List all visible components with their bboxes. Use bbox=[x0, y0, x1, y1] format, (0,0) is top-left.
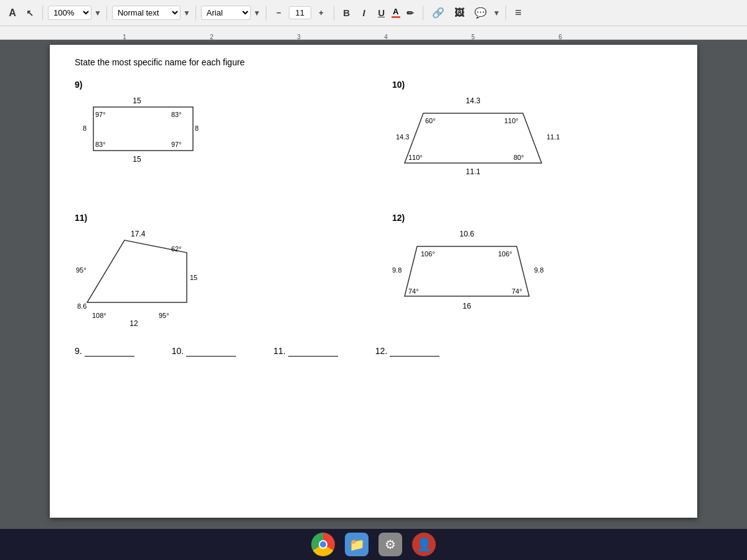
ruler-mark-4: 4 bbox=[384, 34, 388, 40]
increase-font-btn[interactable]: + bbox=[314, 7, 329, 19]
comment-btn[interactable]: 💬 bbox=[471, 6, 491, 20]
style-select[interactable]: Normal text bbox=[112, 6, 181, 20]
problem-10: 10) 14.3 60° 110° 14.3 11.1 bbox=[392, 80, 672, 194]
p10-angle-bl: 110° bbox=[408, 154, 423, 161]
ruler-mark-2: 2 bbox=[210, 34, 214, 40]
font-chevron: ▼ bbox=[253, 9, 261, 17]
zoom-chevron: ▼ bbox=[94, 9, 101, 17]
bold-btn[interactable]: B bbox=[339, 6, 354, 19]
font-color-indicator: A bbox=[392, 7, 400, 18]
image-btn[interactable]: 🖼 bbox=[451, 6, 468, 20]
problem-9-svg: 15 97° 83° 83° 97° 8 8 15 bbox=[75, 95, 224, 175]
ruler-mark-3: 3 bbox=[297, 34, 301, 40]
p10-side-right: 11.1 bbox=[547, 133, 560, 141]
font-color-letter: A bbox=[393, 7, 398, 16]
taskbar: 📁 ⚙ 👤 bbox=[0, 529, 747, 560]
problem-12-svg: 10.6 106° 106° 9.8 9.8 74° 74° 16 bbox=[392, 228, 554, 327]
p10-angle-tl: 60° bbox=[425, 117, 436, 124]
answer-10: 10. bbox=[172, 346, 236, 357]
link-btn[interactable]: 🔗 bbox=[428, 6, 448, 20]
comment-chevron: ▼ bbox=[493, 9, 500, 17]
p11-angle-br: 95° bbox=[159, 312, 169, 319]
p12-angle-br: 74° bbox=[512, 287, 522, 295]
p12-angle-tl: 106° bbox=[421, 250, 435, 258]
answer-9-line bbox=[85, 346, 134, 357]
answer-9-label: 9. bbox=[75, 346, 82, 356]
p11-bottom-label: 12 bbox=[129, 319, 138, 327]
problem-11-figure: 17.4 62° 95° 15 8.6 108° 95° 12 bbox=[75, 228, 355, 327]
answer-12-line bbox=[390, 346, 439, 357]
problem-10-figure: 14.3 60° 110° 14.3 11.1 110° 80° bbox=[392, 95, 672, 194]
p11-bottom-left: 8.6 bbox=[77, 302, 87, 310]
separator-5 bbox=[334, 6, 334, 21]
p9-angle-bl: 83° bbox=[95, 141, 106, 148]
problem-12-number: 12) bbox=[392, 213, 672, 223]
font-color-bar bbox=[392, 16, 400, 18]
ruler-mark-6: 6 bbox=[558, 34, 562, 40]
answer-12: 12. bbox=[375, 346, 439, 357]
problem-9: 9) 15 97° 83° 83° 97° 8 bbox=[75, 80, 355, 194]
answer-10-line bbox=[186, 346, 236, 357]
p10-top-label: 14.3 bbox=[466, 96, 481, 105]
separator-6 bbox=[423, 6, 423, 21]
settings-taskbar-icon[interactable]: ⚙ bbox=[378, 533, 402, 556]
document-page: State the most specific name for each fi… bbox=[50, 45, 697, 518]
problem-12-figure: 10.6 106° 106° 9.8 9.8 74° 74° 16 bbox=[392, 228, 672, 327]
p12-side-right: 9.8 bbox=[534, 266, 543, 274]
p9-top-label: 15 bbox=[133, 96, 141, 105]
problem-11: 11) 17.4 62° 95° 15 bbox=[75, 213, 355, 327]
p10-bottom-label: 11.1 bbox=[466, 167, 481, 176]
p11-top-label: 17.4 bbox=[131, 230, 146, 238]
decrease-font-btn[interactable]: − bbox=[271, 7, 286, 19]
underline-btn[interactable]: U bbox=[374, 6, 389, 19]
p11-angle-bl: 108° bbox=[92, 312, 106, 319]
separator-7 bbox=[505, 6, 506, 21]
problem-12: 12) 10.6 106° 106° 9.8 9.8 bbox=[392, 213, 672, 327]
font-select[interactable]: Arial bbox=[201, 6, 251, 20]
cursor-icon[interactable]: ↖ bbox=[22, 7, 37, 19]
italic-btn[interactable]: I bbox=[357, 6, 372, 19]
p12-bottom-label: 16 bbox=[463, 302, 471, 310]
ruler-mark-5: 5 bbox=[471, 34, 475, 40]
chrome-taskbar-icon[interactable] bbox=[311, 533, 335, 556]
p9-bottom-label: 15 bbox=[133, 155, 141, 164]
problem-10-svg: 14.3 60° 110° 14.3 11.1 110° 80° bbox=[392, 95, 566, 194]
separator-1 bbox=[42, 6, 43, 21]
separator-2 bbox=[106, 6, 107, 21]
p11-side-left: 95° bbox=[76, 266, 87, 274]
menu-btn[interactable]: ≡ bbox=[511, 5, 526, 21]
ruler-mark-1: 1 bbox=[123, 34, 126, 40]
problem-11-number: 11) bbox=[75, 213, 355, 223]
p9-angle-tl: 97° bbox=[95, 111, 106, 118]
p9-angle-tr: 83° bbox=[171, 111, 182, 118]
p10-side-left: 14.3 bbox=[396, 133, 409, 141]
font-icon[interactable]: A bbox=[5, 6, 20, 20]
files-taskbar-icon[interactable]: 📁 bbox=[345, 533, 369, 556]
problem-9-number: 9) bbox=[75, 80, 355, 90]
ruler-marks: 1 2 3 4 5 6 bbox=[75, 26, 747, 39]
ruler: 1 2 3 4 5 6 bbox=[0, 26, 747, 40]
p9-side-left: 8 bbox=[83, 124, 87, 132]
font-size-input[interactable] bbox=[289, 6, 311, 19]
problem-10-number: 10) bbox=[392, 80, 672, 90]
separator-4 bbox=[266, 6, 266, 21]
p9-angle-br: 97° bbox=[171, 141, 182, 148]
document-area: 1 2 3 4 5 6 State the most specific name… bbox=[0, 26, 747, 536]
p11-angle-tr: 62° bbox=[171, 245, 182, 253]
highlight-btn[interactable]: ✏ bbox=[403, 7, 418, 19]
answer-11-label: 11. bbox=[273, 346, 285, 356]
answer-12-label: 12. bbox=[375, 346, 387, 356]
answer-11: 11. bbox=[273, 346, 337, 357]
answer-9: 9. bbox=[75, 346, 134, 357]
instruction-text: State the most specific name for each fi… bbox=[75, 57, 672, 67]
separator-3 bbox=[195, 6, 196, 21]
p11-side-right: 15 bbox=[190, 274, 197, 281]
problems-grid: 9) 15 97° 83° 83° 97° 8 bbox=[75, 80, 672, 327]
p9-side-right: 8 bbox=[195, 124, 199, 132]
user-taskbar-icon[interactable]: 👤 bbox=[412, 533, 436, 556]
answers-row: 9. 10. 11. 12. bbox=[75, 346, 672, 357]
problem-9-figure: 15 97° 83° 83° 97° 8 8 15 bbox=[75, 95, 355, 194]
answer-10-label: 10. bbox=[172, 346, 184, 356]
p10-angle-tr: 110° bbox=[504, 117, 519, 124]
zoom-select[interactable]: 100% bbox=[48, 6, 92, 20]
